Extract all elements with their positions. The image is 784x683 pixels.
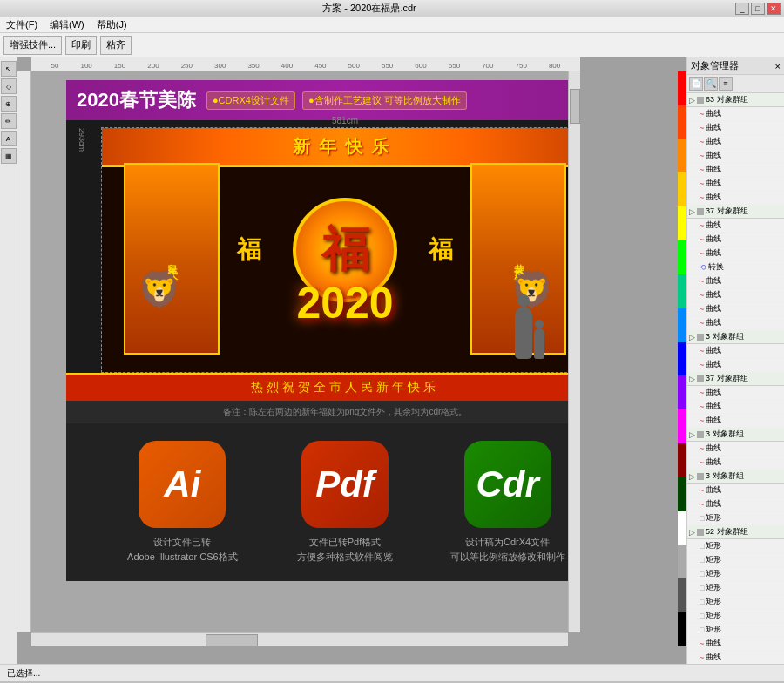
obj-item[interactable]: ~曲线	[687, 247, 784, 260]
obj-item[interactable]: □矩形	[687, 567, 784, 581]
obj-group-3c[interactable]: ▷ 3 对象群组	[687, 470, 784, 484]
subtitle-bar: 热烈祝贺全市人民新年快乐	[66, 373, 580, 401]
obj-item[interactable]: □矩形	[687, 595, 784, 609]
toolbar: 增强技件... 印刷 粘齐	[0, 33, 784, 57]
obj-item[interactable]: ⟲转换	[687, 260, 784, 274]
canvas-area[interactable]: 50 100 150 200 250 300 350 400 450 500 5…	[17, 57, 686, 664]
banner-badges: ●CDRX4设计文件 ●含制作工艺建议 可等比例放大制作	[206, 91, 467, 110]
object-list[interactable]: ▷ 63 对象群组 ~曲线 ~曲线 ~曲线 ~曲线 ~曲线 ~曲线	[687, 93, 784, 664]
snap-button[interactable]: 粘齐	[100, 36, 132, 55]
obj-group-3b[interactable]: ▷ 3 对象群组	[687, 428, 784, 442]
minimize-button[interactable]: _	[735, 3, 749, 15]
obj-item[interactable]: ~曲线	[687, 135, 784, 149]
obj-item[interactable]: ~曲线	[687, 400, 784, 414]
icons-section: Ai 设计文件已转 Adobe Illustrator CS6格式 Pdf	[66, 423, 580, 581]
obj-item[interactable]: ~曲线	[687, 302, 784, 316]
obj-item[interactable]: ~曲线	[687, 149, 784, 163]
obj-item[interactable]: ~曲线	[687, 484, 784, 497]
notice-text: 备注：陈左右两边的新年福娃为png文件外，其余均为cdr格式。	[66, 401, 580, 423]
obj-item[interactable]: ~曲线	[687, 442, 784, 456]
status-bar: 已选择...	[0, 664, 784, 681]
badge-cdr: ●CDRX4设计文件	[206, 91, 295, 110]
lion-left: 🦁	[126, 250, 192, 328]
obj-item[interactable]: ~曲线	[687, 121, 784, 135]
enhance-button[interactable]: 增强技件...	[3, 36, 62, 55]
status-text: 已选择...	[7, 667, 40, 680]
design-document: 2020春节美陈 ●CDRX4设计文件 ●含制作工艺建议 可等比例放大制作 58…	[66, 80, 580, 581]
menu-help[interactable]: 帮助(J)	[94, 18, 130, 31]
zoom-tool[interactable]: ⊕	[1, 96, 17, 112]
obj-item[interactable]: ~曲线	[687, 219, 784, 233]
title-bar-text: 方案 - 2020在福鼎.cdr	[3, 2, 735, 15]
cdr-icon: Cdr	[464, 441, 551, 528]
obj-item[interactable]: ~曲线	[687, 288, 784, 302]
obj-item[interactable]: ~曲线	[687, 107, 784, 121]
fill-tool[interactable]: ▦	[1, 148, 17, 164]
banner-title: 2020春节美陈	[77, 87, 196, 113]
close-button[interactable]: ✕	[767, 3, 781, 15]
obj-group-52[interactable]: ▷ 52 对象群组	[687, 525, 784, 539]
obj-item[interactable]: ~曲线	[687, 344, 784, 358]
ruler-top: 50 100 150 200 250 300 350 400 450 500 5…	[31, 57, 580, 71]
main-layout: ↖ ◇ ⊕ ✏ A ▦ 50 100 150 200 250 300 350 4…	[0, 57, 784, 664]
menu-edit[interactable]: 编辑(W)	[47, 18, 87, 31]
obj-item[interactable]: □矩形	[687, 581, 784, 595]
obj-item[interactable]: ~曲线	[687, 233, 784, 247]
menu-file[interactable]: 文件(F)	[3, 18, 40, 31]
obj-item[interactable]: ~曲线	[687, 497, 784, 511]
obj-item[interactable]: □矩形	[687, 539, 784, 553]
dim-width-label: 581cm	[102, 116, 580, 125]
fu-left: 福	[237, 233, 261, 267]
obj-group-3a[interactable]: ▷ 3 对象群组	[687, 330, 784, 344]
obj-item[interactable]: ~曲线	[687, 651, 784, 664]
obj-item[interactable]: □矩形	[687, 511, 784, 525]
ai-icon: Ai	[139, 441, 226, 528]
shape-tool[interactable]: ◇	[1, 78, 17, 94]
obj-item[interactable]: ~曲线	[687, 274, 784, 288]
freehand-tool[interactable]: ✏	[1, 113, 17, 129]
obj-group-37a[interactable]: ▷ 37 对象群组	[687, 205, 784, 219]
obj-group-37b[interactable]: ▷ 37 对象群组	[687, 372, 784, 386]
obj-item[interactable]: □矩形	[687, 553, 784, 567]
obj-item[interactable]: ~曲线	[687, 177, 784, 191]
obj-item[interactable]: □矩形	[687, 623, 784, 637]
panel-tool-2[interactable]: 🔍	[704, 77, 718, 91]
ai-desc: 设计文件已转 Adobe Illustrator CS6格式	[127, 535, 238, 564]
menu-bar: 文件(F) 编辑(W) 帮助(J)	[0, 17, 784, 33]
obj-item[interactable]: ~曲线	[687, 386, 784, 400]
color-strip	[678, 71, 686, 646]
select-tool[interactable]: ↖	[1, 61, 17, 77]
panel-close-icon[interactable]: ×	[775, 61, 781, 71]
vertical-scrollbar[interactable]	[568, 71, 580, 632]
obj-item[interactable]: ~曲线	[687, 163, 784, 177]
cdr-desc: 设计稿为CdrX4文件 可以等比例缩放修改和制作	[450, 535, 565, 564]
panel-tool-3[interactable]: ≡	[719, 77, 733, 91]
panel-toolbar: 📄 🔍 ≡	[687, 75, 784, 93]
new-year-text: 新年快乐	[293, 135, 397, 159]
cdr-icon-container: Cdr 设计稿为CdrX4文件 可以等比例缩放修改和制作	[438, 441, 578, 564]
silhouette-group	[515, 307, 544, 359]
obj-item[interactable]: ~曲线	[687, 456, 784, 470]
year-2020: 2020	[296, 278, 393, 328]
print-button[interactable]: 印刷	[65, 36, 97, 55]
obj-item[interactable]: ~曲线	[687, 637, 784, 651]
text-tool[interactable]: A	[1, 131, 17, 146]
panel-tool-1[interactable]: 📄	[689, 77, 703, 91]
obj-item[interactable]: ~曲线	[687, 316, 784, 330]
banner-header: 2020春节美陈 ●CDRX4设计文件 ●含制作工艺建议 可等比例放大制作	[66, 80, 580, 120]
obj-item[interactable]: □矩形	[687, 609, 784, 623]
left-toolbar: ↖ ◇ ⊕ ✏ A ▦	[0, 57, 17, 664]
obj-group-63[interactable]: ▷ 63 对象群组	[687, 93, 784, 107]
ruler-left	[17, 71, 31, 632]
badge-craft: ●含制作工艺建议 可等比例放大制作	[302, 91, 467, 110]
ai-icon-container: Ai 设计文件已转 Adobe Illustrator CS6格式	[112, 441, 252, 564]
obj-item[interactable]: ~曲线	[687, 191, 784, 205]
title-bar: 方案 - 2020在福鼎.cdr _ □ ✕	[0, 0, 784, 17]
obj-item[interactable]: ~曲线	[687, 414, 784, 428]
maximize-button[interactable]: □	[751, 3, 765, 15]
obj-item[interactable]: ~曲线	[687, 358, 784, 372]
horizontal-scrollbar[interactable]	[31, 632, 568, 646]
canvas-content[interactable]: 2020春节美陈 ●CDRX4设计文件 ●含制作工艺建议 可等比例放大制作 58…	[31, 71, 580, 632]
pdf-desc: 文件已转Pdf格式 方便多种格式软件阅览	[297, 535, 393, 564]
object-manager-header: 对象管理器 ×	[687, 57, 784, 75]
